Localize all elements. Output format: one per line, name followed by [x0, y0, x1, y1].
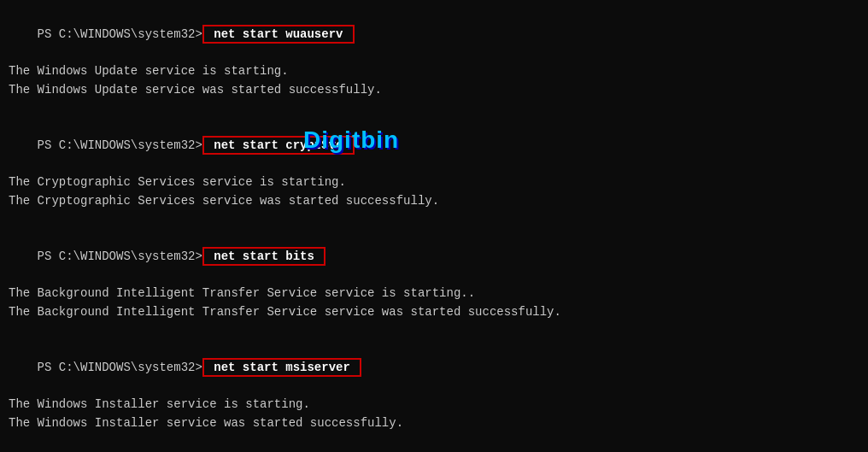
block4-prompt-line: PS C:\WINDOWS\system32> net start msiser…: [9, 340, 859, 396]
spacer-1: [9, 99, 859, 118]
block1-output-1: The Windows Update service is starting.: [9, 62, 859, 81]
block2-prompt-line: PS C:\WINDOWS\system32> net start cryptS…: [9, 118, 859, 173]
spacer-3: [9, 322, 859, 341]
block3-output-1: The Background Intelligent Transfer Serv…: [9, 285, 859, 303]
block3-prompt-line: PS C:\WINDOWS\system32> net start bits: [9, 229, 859, 285]
command-1: net start wuauserv: [202, 25, 355, 44]
block2-output-2: The Cryptographic Services service was s…: [9, 192, 859, 211]
terminal-window: PS C:\WINDOWS\system32> net start wuause…: [9, 7, 859, 452]
command-4: net start msiserver: [202, 358, 361, 377]
block1-prompt-line: PS C:\WINDOWS\system32> net start wuause…: [9, 7, 859, 62]
prompt-1: PS C:\WINDOWS\system32>: [38, 27, 202, 41]
prompt-4: PS C:\WINDOWS\system32>: [38, 361, 202, 374]
block4-output-1: The Windows Installer service is startin…: [9, 396, 859, 414]
command-3: net start bits: [202, 247, 326, 266]
block4-output-2: The Windows Installer service was starte…: [9, 414, 859, 433]
prompt-3: PS C:\WINDOWS\system32>: [38, 249, 202, 263]
prompt-2: PS C:\WINDOWS\system32>: [38, 138, 202, 152]
command-2: net start cryptSvc: [202, 136, 355, 155]
block1-output-2: The Windows Update service was started s…: [9, 81, 859, 100]
block3-output-2: The Background Intelligent Transfer Serv…: [9, 303, 859, 322]
spacer-4: [9, 433, 859, 452]
spacer-2: [9, 211, 859, 230]
block2-output-1: The Cryptographic Services service is st…: [9, 173, 859, 192]
